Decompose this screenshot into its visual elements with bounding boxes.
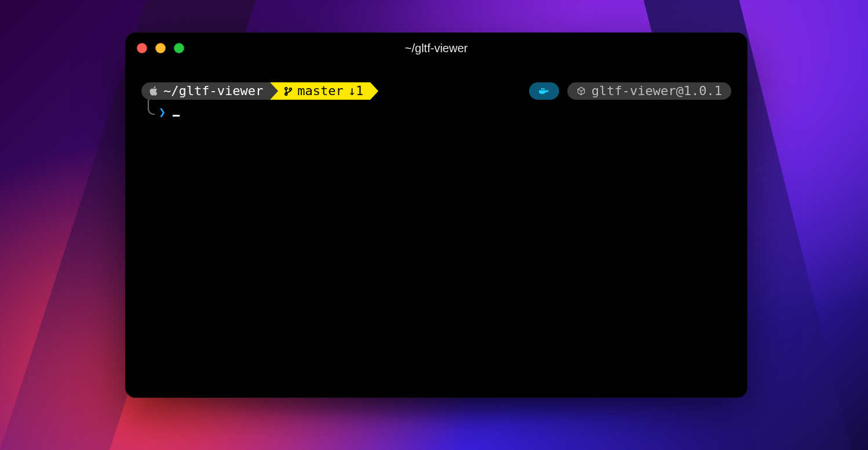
traffic-lights (137, 43, 184, 53)
minimize-button[interactable] (155, 43, 166, 53)
terminal-window: ~/gltf-viewer ~/gltf-viewer (125, 32, 747, 398)
git-branch-icon (284, 86, 293, 96)
prompt-branch-behind: ↓1 (348, 82, 364, 100)
prompt-continuation-icon (145, 99, 158, 118)
svg-point-2 (290, 88, 292, 90)
terminal-content[interactable]: ~/gltf-viewer master ↓1 (125, 64, 747, 122)
svg-rect-8 (543, 88, 545, 90)
svg-rect-7 (541, 88, 543, 90)
docker-icon (538, 86, 550, 96)
zoom-button[interactable] (174, 43, 184, 53)
prompt-path-segment: ~/gltf-viewer (141, 82, 270, 100)
prompt-branch-name: master (297, 82, 343, 100)
cursor (173, 115, 180, 117)
window-title: ~/gltf-viewer (405, 42, 468, 55)
command-input-line[interactable]: ❯ (141, 102, 731, 122)
prompt-docker-segment (529, 82, 559, 100)
titlebar: ~/gltf-viewer (125, 32, 747, 64)
svg-point-0 (285, 87, 287, 89)
prompt-path: ~/gltf-viewer (163, 82, 263, 100)
prompt-branch-segment: master ↓1 (270, 82, 370, 100)
prompt-package-segment: gltf-viewer@1.0.1 (567, 82, 731, 100)
apple-icon (149, 86, 159, 96)
package-icon (577, 86, 586, 96)
prompt-indicator: ❯ (159, 104, 166, 120)
prompt-line: ~/gltf-viewer master ↓1 (141, 82, 731, 100)
close-button[interactable] (137, 43, 147, 53)
prompt-package-name: gltf-viewer@1.0.1 (592, 82, 722, 100)
